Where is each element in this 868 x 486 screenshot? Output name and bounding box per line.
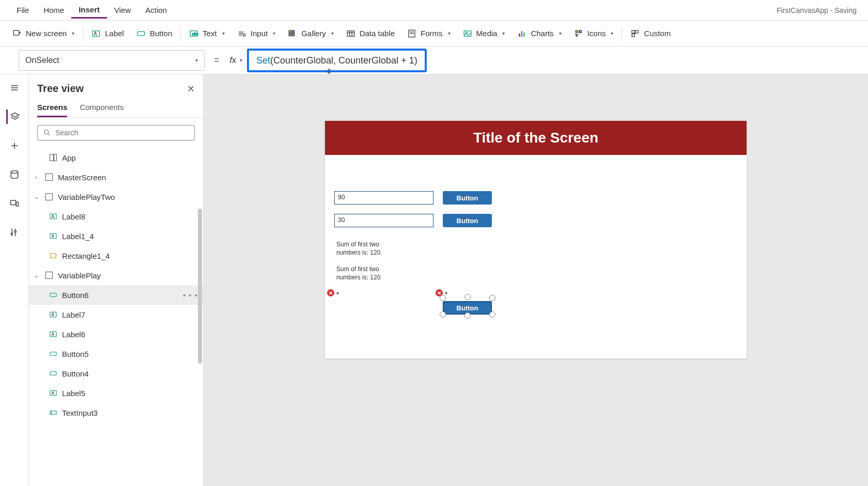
label-icon: [49, 389, 58, 397]
canvas-button-1[interactable]: Button: [443, 191, 492, 205]
menu-view[interactable]: View: [107, 3, 138, 18]
tree-variableplay[interactable]: ⌄ VariablePlay: [29, 265, 203, 285]
tree-variableplaytwo[interactable]: ⌄ VariablePlayTwo: [29, 187, 203, 207]
insert-button-text: Button: [150, 29, 172, 38]
chevron-down-icon: ▾: [222, 30, 225, 36]
insert-datatable-label: Data table: [360, 29, 395, 38]
svg-rect-11: [289, 30, 291, 33]
canvas[interactable]: Title of the Screen 90 Button 30 Button …: [325, 121, 747, 358]
selection-handle[interactable]: [440, 311, 446, 318]
tree-label6[interactable]: Label6: [29, 324, 203, 344]
insert-label-button[interactable]: Label: [85, 26, 130, 41]
insert-icons-button[interactable]: Icons ▾: [568, 26, 620, 41]
collapse-icon[interactable]: ⌄: [32, 194, 40, 200]
tree-masterscreen[interactable]: › MasterScreen: [29, 167, 203, 187]
chevron-down-icon: ▾: [445, 290, 447, 296]
label-icon: [49, 232, 58, 240]
charts-icon: [517, 29, 526, 38]
tree-rectangle1_4[interactable]: Rectangle1_4: [29, 246, 203, 265]
formula-input[interactable]: Set(CounterGlobal, CounterGlobal + 1): [247, 49, 427, 72]
selection-handle[interactable]: [464, 312, 471, 319]
tree-item-label: Button6: [62, 291, 89, 300]
tree-search[interactable]: [37, 125, 195, 140]
tools-rail-button[interactable]: [7, 225, 22, 240]
svg-rect-51: [50, 372, 56, 375]
insert-text-button[interactable]: abc Text ▾: [183, 26, 231, 41]
close-panel-button[interactable]: ✕: [187, 83, 195, 95]
gallery-icon: [288, 29, 297, 38]
app-status: FirstCanvasApp - Saving: [777, 6, 859, 14]
data-rail-button[interactable]: [7, 167, 22, 182]
custom-icon: [630, 29, 640, 38]
media-rail-button[interactable]: [7, 196, 22, 211]
insert-media-button[interactable]: Media ▾: [457, 26, 512, 41]
svg-rect-46: [51, 254, 56, 258]
collapse-icon[interactable]: ⌄: [32, 272, 40, 279]
selection-handle[interactable]: [464, 294, 471, 300]
insert-datatable-button[interactable]: Data table: [340, 26, 401, 41]
insert-media-label: Media: [476, 29, 498, 38]
tab-screens[interactable]: Screens: [37, 99, 67, 117]
menu-insert[interactable]: Insert: [71, 2, 107, 19]
menu-home[interactable]: Home: [36, 3, 71, 18]
tree-view-title: Tree view: [37, 83, 84, 95]
label-icon: [49, 212, 58, 221]
canvas-label-sum1: Sum of first twonumbers is: 120: [336, 241, 398, 257]
tree-view-button[interactable]: [6, 109, 21, 124]
property-selector[interactable]: OnSelect ▾: [19, 50, 205, 71]
insert-gallery-button[interactable]: Gallery ▾: [282, 26, 340, 41]
insert-input-button[interactable]: Input ▾: [231, 26, 282, 41]
menu-action[interactable]: Action: [138, 3, 174, 18]
insert-rail-button[interactable]: [7, 138, 22, 153]
left-rail: [0, 74, 29, 486]
svg-rect-14: [292, 34, 295, 36]
tab-components[interactable]: Components: [80, 99, 123, 117]
layers-icon: [10, 112, 20, 122]
svg-rect-31: [632, 34, 634, 36]
insert-button-button[interactable]: Button: [130, 26, 178, 41]
textinput-icon: [49, 409, 58, 417]
hamburger-button[interactable]: [7, 81, 22, 95]
selection-handle[interactable]: [440, 295, 446, 301]
more-icon[interactable]: • • •: [183, 291, 198, 300]
insert-input-label: Input: [251, 29, 268, 38]
menu-file[interactable]: File: [9, 3, 36, 18]
svg-rect-53: [50, 411, 56, 415]
tree-search-input[interactable]: [55, 129, 189, 137]
new-screen-button[interactable]: New screen ▾: [6, 26, 81, 41]
button-icon: [49, 369, 58, 378]
svg-point-42: [44, 130, 49, 134]
icons-icon: [574, 29, 583, 38]
tree-button6[interactable]: Button6 • • •: [29, 285, 203, 305]
tree-textinput3[interactable]: TextInput3: [29, 403, 203, 422]
selection-handle[interactable]: [489, 311, 495, 318]
tree-label1_4[interactable]: Label1_4: [29, 226, 203, 246]
insert-custom-button[interactable]: Custom: [624, 26, 677, 41]
chevron-down-icon: ▾: [195, 57, 198, 63]
canvas-button-2[interactable]: Button: [443, 214, 492, 227]
svg-rect-39: [16, 202, 18, 207]
resize-handle-icon[interactable]: ⇕: [326, 67, 332, 75]
insert-forms-button[interactable]: Forms ▾: [401, 26, 457, 41]
tree-app[interactable]: App: [29, 148, 203, 167]
svg-rect-47: [50, 293, 56, 297]
tree-label8[interactable]: Label8: [29, 207, 203, 226]
canvas-textinput-1[interactable]: 90: [334, 191, 433, 205]
svg-point-41: [14, 231, 16, 232]
expand-icon[interactable]: ›: [32, 174, 40, 180]
search-icon: [43, 129, 51, 137]
tree-button4[interactable]: Button4: [29, 364, 203, 383]
tree-label5[interactable]: Label5: [29, 383, 203, 403]
screen-plus-icon: [12, 29, 22, 38]
svg-rect-38: [10, 200, 16, 205]
tree-scrollbar[interactable]: [198, 209, 202, 415]
database-icon: [9, 169, 20, 180]
svg-point-27: [576, 30, 578, 33]
canvas-error-1[interactable]: ✕▾: [327, 289, 339, 296]
fx-button[interactable]: fx ▾: [225, 56, 247, 65]
canvas-textinput-2[interactable]: 30: [334, 214, 433, 227]
tree-label7[interactable]: Label7: [29, 305, 203, 324]
selection-handle[interactable]: [489, 295, 495, 301]
insert-charts-button[interactable]: Charts ▾: [511, 26, 567, 41]
tree-button5[interactable]: Button5: [29, 344, 203, 364]
